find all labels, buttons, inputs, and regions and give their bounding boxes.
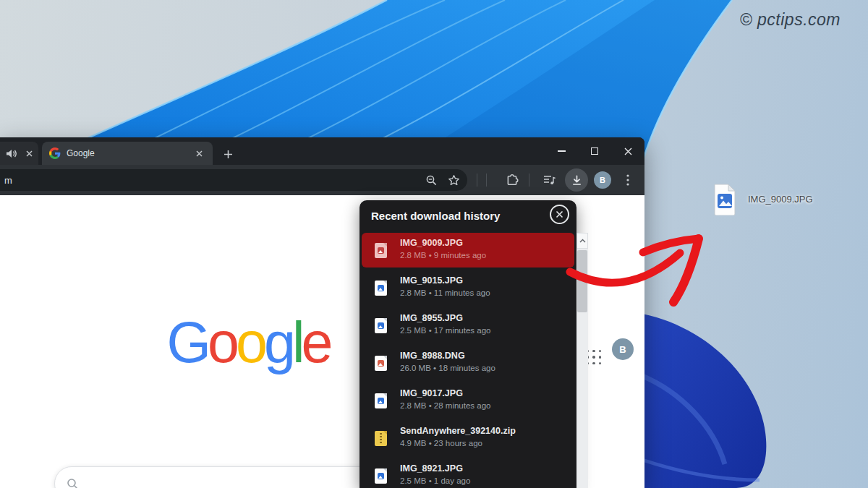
file-icon [375, 431, 387, 446]
chevron-up-icon [579, 239, 586, 243]
panel-close-button[interactable] [550, 205, 569, 224]
download-file-name: SendAnywhere_392140.zip [400, 426, 516, 436]
tab-strip: Google [0, 137, 644, 165]
file-icon [375, 393, 387, 408]
desktop-file-label: IMG_9009.JPG [748, 194, 813, 205]
download-file-name: IMG_9015.JPG [400, 275, 463, 286]
download-file-meta: 2.8 MB • 11 minutes ago [400, 288, 490, 297]
download-item[interactable]: SendAnywhere_392140.zip 4.9 MB • 23 hour… [359, 421, 576, 458]
download-file-meta: 26.0 MB • 18 minutes ago [400, 364, 495, 372]
download-list: IMG_9009.JPG 2.8 MB • 9 minutes ago IMG_… [359, 233, 576, 488]
logo-letter: l [292, 314, 302, 371]
file-icon [375, 356, 387, 371]
download-item[interactable]: IMG_9015.JPG 2.8 MB • 11 minutes ago [359, 270, 576, 308]
menu-dots-icon[interactable] [618, 165, 638, 195]
profile-avatar[interactable]: B [594, 171, 611, 189]
download-file-meta: 2.8 MB • 9 minutes ago [400, 251, 486, 260]
close-circle-icon [556, 210, 563, 218]
scroll-up-button[interactable] [576, 233, 588, 249]
download-file-meta: 2.5 MB • 1 day ago [400, 476, 470, 485]
download-file-name: IMG_9017.JPG [400, 388, 463, 398]
background-tab[interactable] [0, 142, 38, 165]
logo-letter: o [208, 314, 236, 371]
download-file-meta: 4.9 MB • 23 hours ago [400, 439, 482, 448]
bookmark-star-icon[interactable] [448, 174, 460, 187]
download-file-name: IMG_8955.JPG [400, 313, 463, 323]
maximize-icon [591, 147, 598, 155]
download-file-name: IMG_9009.JPG [400, 238, 463, 248]
extensions-icon[interactable] [502, 165, 522, 195]
desktop: © pctips.com IMG_9009.JPG [0, 0, 868, 488]
logo-letter: G [167, 314, 208, 371]
tab-title: Google [67, 148, 192, 158]
tab-close-icon[interactable] [192, 147, 205, 160]
minimize-button[interactable] [545, 137, 578, 165]
toolbar: m [0, 165, 644, 195]
logo-letter: e [301, 314, 329, 371]
media-controls-icon[interactable] [540, 165, 560, 195]
file-icon [375, 318, 387, 333]
download-item[interactable]: IMG_8955.JPG 2.5 MB • 17 minutes ago [359, 308, 576, 346]
google-logo: Google [158, 309, 339, 374]
search-icon [67, 478, 79, 488]
panel-scrollbar[interactable] [576, 233, 588, 488]
close-icon [624, 147, 632, 155]
download-item[interactable]: IMG_9009.JPG 2.8 MB • 9 minutes ago [359, 233, 576, 270]
downloads-panel: Recent download history IMG_9009.JPG 2.8… [359, 200, 576, 488]
logo-letter: o [236, 314, 264, 371]
image-file-icon [712, 184, 738, 215]
downloads-panel-title: Recent download history [371, 210, 500, 222]
address-text: m [4, 175, 12, 186]
address-bar[interactable]: m [0, 169, 467, 191]
downloads-panel-header: Recent download history [359, 200, 576, 233]
minimize-icon [558, 150, 566, 151]
download-icon [571, 174, 583, 187]
desktop-file-shortcut[interactable]: IMG_9009.JPG [712, 184, 813, 215]
logo-letter: g [264, 314, 292, 371]
new-tab-button[interactable] [218, 145, 237, 163]
google-favicon [49, 147, 61, 159]
download-file-meta: 2.8 MB • 28 minutes ago [400, 401, 490, 410]
scrollbar-thumb[interactable] [577, 250, 587, 312]
download-item[interactable]: IMG_8988.DNG 26.0 MB • 18 minutes ago [359, 346, 576, 383]
file-icon [375, 468, 387, 484]
toolbar-separator [477, 174, 477, 187]
maximize-button[interactable] [578, 137, 611, 165]
tab-close-icon[interactable] [22, 147, 35, 160]
zoom-icon[interactable] [425, 174, 438, 187]
download-file-meta: 2.5 MB • 17 minutes ago [400, 326, 490, 335]
downloads-button[interactable] [565, 168, 588, 192]
toolbar-separator [486, 174, 487, 187]
file-icon [375, 281, 387, 296]
download-file-name: IMG_8921.JPG [400, 463, 463, 474]
watermark: © pctips.com [740, 10, 841, 30]
account-avatar[interactable]: B [612, 338, 634, 360]
download-file-name: IMG_8988.DNG [400, 351, 465, 361]
download-item[interactable]: IMG_8921.JPG 2.5 MB • 1 day ago [359, 458, 576, 488]
file-icon [375, 243, 387, 258]
audio-playing-icon [6, 149, 17, 158]
window-controls [545, 137, 644, 165]
tab-google[interactable]: Google [42, 142, 213, 165]
toolbar-separator [529, 174, 529, 187]
browser-window: Google m [0, 137, 644, 488]
close-button[interactable] [611, 137, 644, 165]
download-item[interactable]: IMG_9017.JPG 2.8 MB • 28 minutes ago [359, 383, 576, 421]
plus-icon [224, 150, 233, 159]
